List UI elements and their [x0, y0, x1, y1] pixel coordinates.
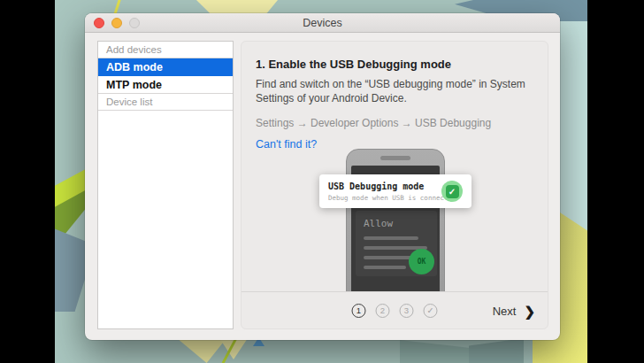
settings-path: Settings → Developer Options → USB Debug…	[256, 117, 533, 129]
step-description: Find and switch on the “USB debugging mo…	[256, 77, 540, 105]
allow-dialog: Allow OK	[356, 211, 437, 276]
checkmark-icon: ✓	[446, 185, 459, 198]
wizard-step-2: 2	[376, 304, 390, 318]
devices-window: Devices Add devicesADB modeMTP modeDevic…	[85, 13, 560, 340]
sidebar-item-adb-mode[interactable]: ADB mode	[98, 58, 233, 76]
next-label: Next	[493, 304, 517, 317]
wallpaper-shape	[177, 338, 226, 363]
ok-button[interactable]: OK	[409, 249, 434, 274]
sidebar-item-device-list[interactable]: Device list	[98, 94, 233, 111]
tooltip-title: USB Debugging mode	[328, 182, 433, 191]
wallpaper-shape	[469, 338, 524, 363]
allow-dialog-title: Allow	[364, 218, 437, 229]
sidebar-item-mtp-mode[interactable]: MTP mode	[98, 76, 233, 94]
window-title: Devices	[85, 17, 560, 29]
tooltip-texts: USB Debugging mode Debug mode when USB i…	[328, 182, 433, 202]
step-indicator: 123✓	[352, 304, 438, 318]
tooltip-subtitle: Debug mode when USB is connected	[328, 194, 433, 202]
wizard-step-3: 3	[400, 304, 414, 318]
instruction-area: 1. Enable the USB Debugging mode Find an…	[242, 42, 548, 291]
usb-debugging-tooltip: USB Debugging mode Debug mode when USB i…	[319, 174, 472, 208]
wizard-step-1: 1	[352, 304, 366, 318]
window-titlebar[interactable]: Devices	[85, 13, 560, 33]
wizard-footer: 123✓ Next ❯	[242, 291, 548, 328]
desktop: Devices Add devicesADB modeMTP modeDevic…	[0, 0, 644, 363]
text-line-placeholder	[364, 236, 418, 240]
chevron-right-icon: ❯	[524, 304, 535, 317]
sidebar-item-add-devices[interactable]: Add devices	[98, 42, 233, 58]
content-panel: 1. Enable the USB Debugging mode Find an…	[241, 41, 548, 329]
wizard-step-✓: ✓	[424, 304, 438, 318]
sidebar: Add devicesADB modeMTP modeDevice list	[97, 41, 234, 329]
next-button[interactable]: Next ❯	[493, 304, 535, 317]
text-line-placeholder	[364, 266, 406, 269]
phone-illustration: Allow OK	[346, 149, 445, 291]
checked-toggle[interactable]: ✓	[441, 181, 463, 202]
phone-speaker	[380, 156, 410, 160]
step-title: 1. Enable the USB Debugging mode	[256, 58, 533, 71]
cant-find-it-link[interactable]: Can't find it?	[256, 138, 317, 151]
